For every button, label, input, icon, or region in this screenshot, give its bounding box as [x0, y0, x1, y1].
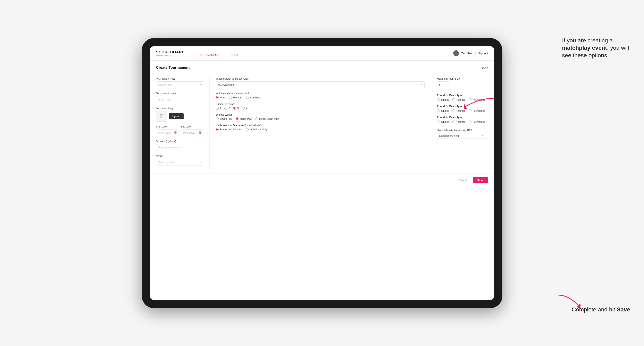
sponsor-group: Sponsor (optional): [156, 140, 203, 151]
nav-tabs: TOURNAMENTS TEAMS: [195, 46, 244, 60]
round2-radio-singles[interactable]: [437, 110, 440, 112]
logo-placeholder: [156, 111, 167, 122]
start-date-label: Start date: [156, 125, 178, 128]
rounds-option-1[interactable]: 1: [216, 107, 221, 110]
sign-out-link[interactable]: Sign out: [478, 52, 488, 55]
arrow-save-svg: [556, 293, 580, 309]
round1-option-fourball[interactable]: Fourball: [452, 98, 465, 101]
max-team-size-group: Maximum Team Size: [437, 77, 488, 88]
search-icon: ▾: [200, 83, 202, 87]
start-date-wrap: 📅: [156, 129, 178, 136]
upload-button[interactable]: Upload: [169, 113, 184, 119]
scoring-radio-medal[interactable]: [255, 117, 258, 120]
logo-upload-area: Upload: [156, 111, 203, 122]
teams-radio-teams[interactable]: [216, 128, 219, 131]
tournament-host-group: Tournament Host ▾: [156, 77, 203, 88]
gender-radio-mens[interactable]: [216, 96, 219, 99]
gender-option-womens[interactable]: Womens: [229, 96, 243, 99]
scoring-radio-group: Stroke Play Match Play Medal Match Play: [216, 117, 424, 120]
rounds-radio-3[interactable]: [233, 107, 236, 110]
rounds-label: Number of rounds: [216, 103, 424, 106]
rounds-label-4: 4: [246, 107, 248, 110]
gender-radio-womens[interactable]: [229, 96, 232, 99]
round2-option-singles[interactable]: Singles: [437, 110, 449, 112]
round3-radio-singles[interactable]: [437, 121, 440, 123]
arrow-save-container: [556, 293, 580, 310]
save-button[interactable]: Save: [473, 177, 488, 183]
rounds-group: Number of rounds 1 2: [216, 103, 424, 110]
tournament-name-group: Tournament name: [156, 92, 203, 103]
api-label: Use third-party live scoring API?: [437, 129, 488, 132]
arrow-matchplay: [464, 96, 496, 113]
round3-radio-fourball[interactable]: [452, 121, 455, 123]
sponsor-label: Sponsor (optional): [156, 140, 203, 143]
cancel-button[interactable]: Cancel: [456, 177, 470, 183]
division-select[interactable]: NCAA Division I: [216, 81, 424, 88]
round3-label-fourball: Fourball: [456, 121, 465, 123]
round3-option-foursomes[interactable]: Foursomes: [468, 121, 485, 123]
gender-option-combined[interactable]: Combined: [246, 96, 262, 99]
form-footer: Cancel Save: [150, 173, 494, 187]
annotation-matchplay: If you are creating a matchplay event, y…: [562, 37, 632, 59]
rounds-radio-2[interactable]: [224, 107, 227, 110]
back-button[interactable]: ‹ Back: [480, 66, 488, 69]
round1-radio-singles[interactable]: [437, 98, 440, 101]
gender-radio-combined[interactable]: [246, 96, 249, 99]
venue-chevron-icon: ▾: [200, 161, 202, 164]
round2-radio-fourball[interactable]: [452, 110, 455, 112]
end-date-wrap: 📅: [181, 129, 203, 136]
scoring-radio-stroke[interactable]: [216, 117, 219, 120]
teams-label: Is this event for Teams and/or Individua…: [216, 124, 424, 127]
division-label: Which division is the event for?: [216, 77, 424, 80]
venue-input[interactable]: [156, 159, 203, 166]
api-tag-close[interactable]: ✕ ˅: [482, 134, 486, 137]
round1-radio-fourball[interactable]: [452, 98, 455, 101]
teams-radio-individuals[interactable]: [246, 128, 248, 131]
scoring-radio-match[interactable]: [236, 117, 238, 120]
gender-label: Which gender is the event for?: [216, 92, 424, 95]
rounds-radio-1[interactable]: [216, 107, 219, 110]
round1-option-singles[interactable]: Singles: [437, 98, 449, 101]
round3-option-fourball[interactable]: Fourball: [452, 121, 465, 123]
rounds-option-3[interactable]: 3: [233, 107, 239, 110]
rounds-option-4[interactable]: 4: [242, 107, 248, 110]
gender-group: Which gender is the event for? Mens Wome…: [216, 92, 424, 99]
form-title: Create Tournament: [156, 65, 190, 70]
rounds-radio-4[interactable]: [242, 107, 245, 110]
page-background: SCOREBOARD Powered by clippit TOURNAMENT…: [0, 0, 644, 346]
tablet-screen: SCOREBOARD Powered by clippit TOURNAMENT…: [150, 46, 494, 300]
round2-option-fourball[interactable]: Fourball: [452, 110, 465, 112]
svg-point-1: [160, 115, 161, 116]
teams-option-teams[interactable]: Teams (+Individuals): [216, 128, 242, 131]
divider-2: [437, 127, 488, 127]
tab-tournaments[interactable]: TOURNAMENTS: [195, 46, 226, 60]
form-col-right: Maximum Team Size Round 1 - Match Type S…: [431, 77, 488, 170]
teams-option-individuals[interactable]: Individuals Only: [246, 128, 267, 131]
tournament-name-input[interactable]: [156, 96, 203, 103]
max-team-size-input[interactable]: [437, 81, 449, 88]
rounds-option-2[interactable]: 2: [224, 107, 230, 110]
dates-group: Start date 📅 End date 📅: [156, 125, 203, 136]
round3-label-foursomes: Foursomes: [473, 121, 485, 123]
scoring-option-medal[interactable]: Medal Match Play: [255, 117, 279, 120]
round3-option-singles[interactable]: Singles: [437, 121, 449, 123]
scoring-label-medal: Medal Match Play: [259, 117, 279, 120]
venue-group: Venue ▾: [156, 155, 203, 166]
division-group: Which division is the event for? NCAA Di…: [216, 77, 424, 88]
api-group: Use third-party live scoring API? Leader…: [437, 129, 488, 139]
round3-label: Round 3 - Match Type: [437, 116, 488, 119]
sponsor-input[interactable]: [156, 144, 203, 151]
scoring-label: Scoring system: [216, 113, 424, 116]
round3-radio-foursomes[interactable]: [468, 121, 472, 123]
scoring-option-match[interactable]: Match Play: [236, 117, 252, 120]
back-label: Back: [482, 66, 488, 69]
nav-right: Test User | Sign out: [453, 50, 488, 56]
rounds-label-3: 3: [237, 107, 239, 110]
api-tag: Leaderboard King ✕ ˅: [437, 133, 488, 139]
tab-teams[interactable]: TEAMS: [226, 46, 244, 60]
scoring-option-stroke[interactable]: Stroke Play: [216, 117, 232, 120]
tournament-host-input-wrap: ▾: [156, 81, 203, 88]
gender-option-mens[interactable]: Mens: [216, 96, 226, 99]
form-col-middle: Which division is the event for? NCAA Di…: [210, 77, 431, 170]
tournament-host-input[interactable]: [156, 81, 203, 88]
